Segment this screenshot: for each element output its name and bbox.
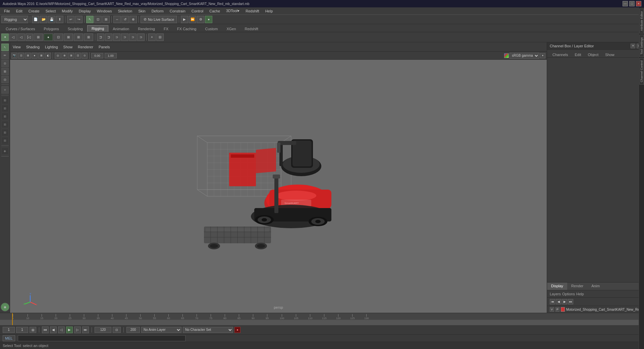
menu-skin[interactable]: Skin xyxy=(136,8,148,14)
select-mode-btn[interactable]: ↖ xyxy=(1,44,9,51)
menu-control[interactable]: Control xyxy=(189,8,206,14)
mode-dropdown[interactable]: Rigging Animation Modeling xyxy=(1,16,28,23)
left-bottom-btn[interactable]: ◉ xyxy=(1,303,9,311)
vt-texture-btn[interactable]: ⊠ xyxy=(38,53,44,59)
lo-layers[interactable]: Layers xyxy=(550,292,561,296)
layer-visibility-btn[interactable]: V xyxy=(550,307,554,312)
left-quick-sel[interactable]: ◈ xyxy=(1,147,9,155)
layer-nav-prev[interactable]: ◀ xyxy=(556,299,561,304)
channel-control-tab[interactable]: Channel Control xyxy=(639,58,644,85)
character-set-dropdown[interactable]: No Character Set xyxy=(183,327,233,333)
sculpt-tool-btn[interactable]: ⊙ xyxy=(1,60,9,67)
shelf-select-tool[interactable]: ✦ xyxy=(1,34,9,41)
menu-cache[interactable]: Cache xyxy=(207,8,223,14)
shelf-constraint[interactable]: ⊃ xyxy=(137,34,145,41)
tool-settings-tab[interactable]: Tool Settings xyxy=(639,35,644,57)
shelf-show-manip[interactable]: ⊡ xyxy=(54,34,63,41)
tab-show[interactable]: Show xyxy=(602,52,617,57)
left-group-1[interactable]: ⊞ xyxy=(1,97,9,104)
menu-redshift[interactable]: Redshift xyxy=(243,8,262,14)
render-settings-btn[interactable]: ⚙ xyxy=(197,16,204,23)
menu-deform[interactable]: Deform xyxy=(149,8,166,14)
move-btn[interactable]: ↔ xyxy=(113,16,121,23)
shelf-joint-tool[interactable]: ⊐ xyxy=(97,34,104,41)
step-back-btn[interactable]: ◀ xyxy=(50,327,57,333)
tab-channels[interactable]: Channels xyxy=(550,52,571,57)
menu-constrain[interactable]: Constrain xyxy=(167,8,188,14)
vt-heads-up-btn[interactable]: ⊙ xyxy=(82,53,88,59)
menu-select[interactable]: Select xyxy=(43,8,59,14)
menu-skeleton[interactable]: Skeleton xyxy=(115,8,135,14)
tab-xgen[interactable]: XGen xyxy=(222,26,240,32)
paint-tool-btn[interactable]: ✏ xyxy=(1,52,9,59)
left-group-5[interactable]: ⊞ xyxy=(1,129,9,136)
select-tool-btn[interactable]: ↖ xyxy=(86,16,94,23)
timeline-scrub-bar[interactable] xyxy=(0,320,644,325)
panel-close-btn[interactable]: ✕ xyxy=(631,44,635,48)
layer-playback-btn[interactable]: P xyxy=(555,307,560,312)
layer-nav-first[interactable]: ⏮ xyxy=(550,299,555,304)
shelf-set-driven[interactable]: ⊃ xyxy=(129,34,137,41)
shelf-minus[interactable]: ⊟ xyxy=(156,34,164,41)
vt-grid-btn[interactable]: ⊞ xyxy=(68,53,74,59)
vp-menu-renderer[interactable]: Renderer xyxy=(76,44,95,50)
vp-menu-view[interactable]: View xyxy=(11,44,22,50)
rotate-btn[interactable]: ↺ xyxy=(121,16,129,23)
max-frame-input[interactable] xyxy=(126,327,140,333)
menu-display[interactable]: Display xyxy=(76,8,94,14)
viewport-canvas[interactable]: SmartKART xyxy=(10,60,547,313)
tab-anim[interactable]: Anim xyxy=(587,283,604,290)
no-live-surface-btn[interactable]: ⊘ No Live Surface xyxy=(141,16,177,23)
shelf-plus[interactable]: + xyxy=(148,34,156,41)
tab-rendering[interactable]: Rendering xyxy=(133,26,159,32)
vt-near-input[interactable] xyxy=(91,53,103,58)
vt-camera-btn[interactable]: 📷 xyxy=(11,53,17,59)
tab-redshift[interactable]: Redshift xyxy=(240,26,263,32)
attr-editor-tab[interactable]: Attribute Editor xyxy=(639,9,644,34)
tab-render[interactable]: Render xyxy=(567,283,587,290)
play-back-btn[interactable]: ◁ xyxy=(58,327,65,333)
vp-menu-show[interactable]: Show xyxy=(62,44,74,50)
anim-layer-dropdown[interactable]: No Anim Layer xyxy=(141,327,181,333)
maximize-button[interactable]: □ xyxy=(629,1,635,6)
vt-wireframe-btn[interactable]: ⊞ xyxy=(25,53,31,59)
start-frame-input[interactable] xyxy=(3,327,15,333)
scale-btn[interactable]: ⊕ xyxy=(129,16,137,23)
shelf-move-tool[interactable]: ◁ xyxy=(9,34,17,41)
tab-fx[interactable]: FX xyxy=(159,26,173,32)
go-to-end-btn[interactable]: ⏭ xyxy=(82,327,89,333)
mel-input[interactable] xyxy=(18,335,185,341)
layer-nav-next[interactable]: ▶ xyxy=(562,299,567,304)
vt-far-input[interactable] xyxy=(105,53,117,58)
minimize-button[interactable]: — xyxy=(623,1,628,6)
tab-edit[interactable]: Edit xyxy=(572,52,584,57)
vt-fit-btn[interactable]: ⊡ xyxy=(18,53,24,59)
layer-row[interactable]: V P Motorized_Shopping_Cart_SmartKART_Ne… xyxy=(547,306,644,313)
open-scene-btn[interactable]: 📂 xyxy=(40,16,47,23)
vp-menu-lighting[interactable]: Lighting xyxy=(44,44,59,50)
left-group-2[interactable]: ⊞ xyxy=(1,105,9,112)
tab-curves-surfaces[interactable]: Curves / Surfaces xyxy=(1,26,39,32)
auto-key-btn[interactable]: ● xyxy=(234,327,240,333)
vt-solid-btn[interactable]: ● xyxy=(32,53,38,59)
menu-3dtool[interactable]: 3DTool▾ xyxy=(223,8,242,14)
left-group-6[interactable]: ⊞ xyxy=(1,137,9,144)
render-btn[interactable]: ▶ xyxy=(181,16,188,23)
vt-xray-btn[interactable]: ⊕ xyxy=(61,53,67,59)
shelf-snap-grid[interactable]: ⊠ xyxy=(64,34,73,41)
srgb-select[interactable]: sRGB gamma Linear xyxy=(509,53,539,59)
menu-file[interactable]: File xyxy=(1,8,13,14)
shelf-bind-skin[interactable]: ⊃ xyxy=(113,34,120,41)
shelf-rotate-tool[interactable]: ◁ xyxy=(17,34,25,41)
vt-isolate-btn[interactable]: ◎ xyxy=(55,53,61,59)
menu-windows[interactable]: Windows xyxy=(94,8,115,14)
tab-sculpting[interactable]: Sculpting xyxy=(63,26,87,32)
region-select-btn[interactable]: ⊞ xyxy=(1,68,9,75)
menu-edit[interactable]: Edit xyxy=(13,8,25,14)
vp-menu-shading[interactable]: Shading xyxy=(25,44,41,50)
soft-select-btn[interactable]: ◎ xyxy=(1,76,9,83)
end-frame-input[interactable] xyxy=(95,327,111,333)
lo-help[interactable]: Help xyxy=(576,292,584,296)
shelf-snap-point[interactable]: ⊞ xyxy=(84,34,93,41)
shelf-paint-weights[interactable]: ⊃ xyxy=(121,34,128,41)
